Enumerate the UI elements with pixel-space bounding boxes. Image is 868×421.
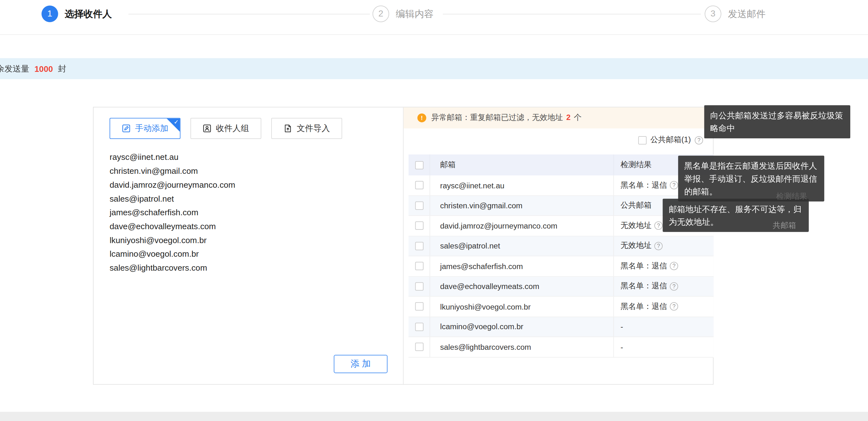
- row-checkbox-cell: [409, 302, 430, 310]
- step-2-label: 编辑内容: [396, 8, 433, 20]
- step-1-label: 选择收件人: [65, 8, 112, 20]
- result-cell: 黑名单：退信?: [614, 297, 714, 316]
- result-text: 黑名单：退信: [620, 261, 667, 271]
- result-text: 黑名单：退信: [620, 302, 667, 311]
- result-text: -: [620, 322, 623, 331]
- quota-text: 余发送量 1000 封: [0, 63, 66, 74]
- bulk-mail-wizard-page: 1 选择收件人 2 编辑内容 3 发送邮件 余发送量 1000 封 手动添加✓收…: [0, 0, 868, 421]
- result-cell: 黑名单：退信?: [614, 276, 714, 296]
- step-3-label: 发送邮件: [728, 8, 766, 20]
- result-cell: -: [614, 317, 714, 336]
- step-select-recipients: 1 选择收件人: [41, 5, 112, 22]
- row-checkbox-cell: [409, 201, 430, 210]
- warning-text: 异常邮箱：重复邮箱已过滤，无效地址 2 个: [431, 113, 582, 123]
- header-email: 邮箱: [430, 154, 614, 175]
- row-checkbox-cell: [409, 242, 430, 250]
- result-text: -: [620, 342, 623, 351]
- row-checkbox[interactable]: [415, 323, 423, 331]
- tab-label: 文件导入: [297, 123, 330, 133]
- help-icon[interactable]: ?: [654, 221, 662, 230]
- step-edit-content: 2 编辑内容: [373, 5, 433, 22]
- email-input-area[interactable]: raysc@iinet.net.auchristen.vin@gmail.com…: [110, 150, 235, 274]
- email-line: david.jamroz@journeymanco.com: [110, 178, 235, 191]
- row-checkbox[interactable]: [415, 302, 423, 310]
- step-bar: 1 选择收件人 2 编辑内容 3 发送邮件: [0, 0, 868, 35]
- email-cell: sales@lightbarcovers.com: [430, 337, 614, 357]
- row-checkbox-cell: [409, 282, 430, 290]
- email-cell: lcamino@voegol.com.br: [430, 317, 614, 336]
- email-cell: david.jamroz@journeymanco.com: [430, 216, 614, 236]
- row-checkbox[interactable]: [415, 221, 423, 230]
- warning-text-after: 个: [572, 113, 582, 122]
- tooltip-public-mailbox: 向公共邮箱发送过多容易被反垃圾策略命中: [704, 105, 850, 138]
- row-checkbox[interactable]: [415, 343, 423, 351]
- result-table: 邮箱 检测结果 raysc@iinet.net.au黑名单：退信?christe…: [409, 154, 714, 357]
- result-text: 黑名单：退信: [620, 180, 667, 190]
- row-checkbox-cell: [409, 262, 430, 270]
- email-cell: dave@echovalleymeats.com: [430, 276, 614, 296]
- row-checkbox-cell: [409, 181, 430, 189]
- email-line: sales@ipatrol.net: [110, 191, 235, 205]
- background-fragment-result-header: 检测结果: [776, 191, 807, 201]
- invalid-count: 2: [566, 113, 571, 122]
- recipient-card: 手动添加✓收件人组文件导入 raysc@iinet.net.auchristen…: [93, 107, 714, 385]
- tab-label: 收件人组: [216, 123, 249, 133]
- tab-recipient-group[interactable]: 收件人组: [191, 118, 261, 139]
- result-cell: 黑名单：退信?: [614, 257, 714, 276]
- file-import-icon: [283, 124, 292, 133]
- help-icon[interactable]: ?: [654, 242, 662, 250]
- result-text: 黑名单：退信: [620, 281, 667, 291]
- manual-add-icon: [122, 124, 131, 133]
- row-checkbox-cell: [409, 323, 430, 331]
- table-row: dave@echovalleymeats.com黑名单：退信?: [409, 276, 714, 297]
- tab-file-import[interactable]: 文件导入: [271, 118, 342, 139]
- add-button[interactable]: 添 加: [334, 355, 388, 373]
- quota-prefix: 余发送量: [0, 63, 32, 74]
- email-cell: james@schaferfish.com: [430, 257, 614, 276]
- help-icon[interactable]: ?: [670, 181, 678, 189]
- manual-add-panel: 手动添加✓收件人组文件导入 raysc@iinet.net.auchristen…: [94, 107, 404, 384]
- result-text: 无效地址: [620, 221, 651, 231]
- table-row: lkuniyoshi@voegol.com.br黑名单：退信?: [409, 297, 714, 317]
- email-line: raysc@iinet.net.au: [110, 150, 235, 164]
- row-checkbox[interactable]: [415, 242, 423, 250]
- row-checkbox[interactable]: [415, 201, 423, 210]
- step-2-circle: 2: [373, 5, 389, 22]
- email-line: james@schaferfish.com: [110, 205, 235, 219]
- public-mailbox-help-icon[interactable]: ?: [695, 136, 703, 144]
- table-header: 邮箱 检测结果: [409, 154, 714, 175]
- bottom-strip: [0, 412, 868, 421]
- table-row: raysc@iinet.net.au黑名单：退信?: [409, 175, 714, 196]
- step-1-circle: 1: [41, 5, 58, 22]
- public-mailbox-checkbox[interactable]: [638, 136, 646, 144]
- row-checkbox-cell: [409, 343, 430, 351]
- help-icon[interactable]: ?: [670, 302, 678, 310]
- help-icon[interactable]: ?: [670, 262, 678, 270]
- background-fragment-public-mailbox: 共邮箱: [773, 221, 796, 231]
- step-connector: [128, 14, 370, 14]
- row-checkbox[interactable]: [415, 262, 423, 270]
- result-cell: 无效地址?: [614, 236, 714, 256]
- tab-manual-add[interactable]: 手动添加✓: [110, 118, 180, 139]
- row-checkbox[interactable]: [415, 282, 423, 290]
- check-result-panel: ! 异常邮箱：重复邮箱已过滤，无效地址 2 个 公共邮箱(1) ? 邮箱 检测结…: [404, 107, 713, 384]
- header-checkbox-cell: [409, 161, 430, 169]
- table-row: james@schaferfish.com黑名单：退信?: [409, 257, 714, 277]
- tab-label: 手动添加: [135, 123, 168, 133]
- email-cell: christen.vin@gmail.com: [430, 196, 614, 215]
- email-line: dave@echovalleymeats.com: [110, 219, 235, 233]
- email-line: sales@lightbarcovers.com: [110, 261, 235, 275]
- email-cell: lkuniyoshi@voegol.com.br: [430, 297, 614, 316]
- recipient-group-icon: [203, 124, 212, 133]
- help-icon[interactable]: ?: [670, 282, 678, 290]
- email-cell: sales@ipatrol.net: [430, 236, 614, 256]
- select-all-checkbox[interactable]: [415, 161, 423, 169]
- email-line: lcamino@voegol.com.br: [110, 247, 235, 261]
- row-checkbox[interactable]: [415, 181, 423, 189]
- public-mailbox-label: 公共邮箱(1): [651, 135, 691, 145]
- email-line: christen.vin@gmail.com: [110, 164, 235, 178]
- table-row: lcamino@voegol.com.br-: [409, 317, 714, 337]
- table-row: sales@lightbarcovers.com-: [409, 337, 714, 357]
- warning-text-before: 异常邮箱：重复邮箱已过滤，无效地址: [431, 113, 565, 122]
- warning-icon: !: [417, 113, 426, 122]
